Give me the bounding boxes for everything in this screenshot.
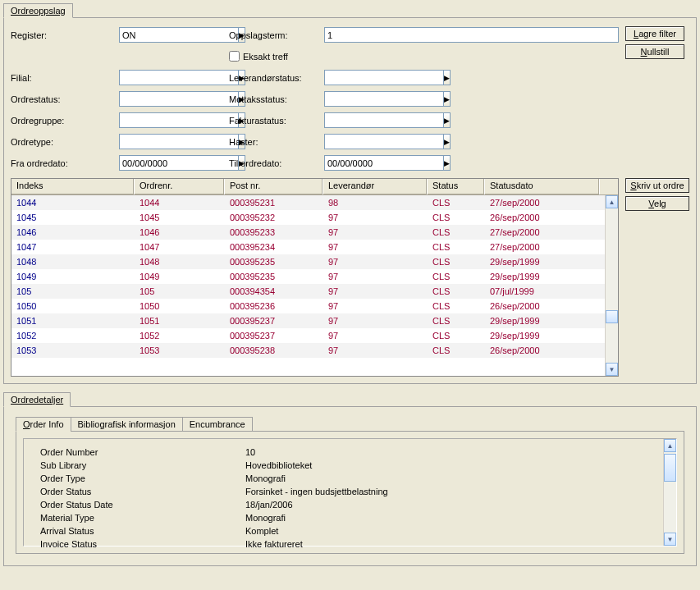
- table-row[interactable]: 1047104700039523497CLS27/sep/2000: [11, 240, 618, 254]
- cell-ordrenr: 1045: [135, 212, 225, 223]
- detail-scrollbar[interactable]: ▲ ▼: [663, 439, 676, 546]
- mottaksstatus-input[interactable]: [324, 91, 444, 107]
- cell-ordrenr: 1050: [135, 300, 225, 312]
- til-ordredato-dropdown-icon[interactable]: ▶: [444, 155, 451, 171]
- value-order-type: Monografi: [245, 472, 286, 485]
- table-row[interactable]: 1046104600039523397CLS27/sep/2000: [11, 225, 618, 240]
- cell-leverandor: 98: [323, 197, 428, 208]
- cell-indeks: 1051: [11, 315, 135, 327]
- cell-postnr: 000395234: [225, 241, 323, 253]
- fakturastatus-dropdown-icon[interactable]: ▶: [444, 112, 451, 128]
- scroll-up-icon[interactable]: ▲: [664, 439, 676, 452]
- label-oppslagsterm: Oppslagsterm:: [229, 26, 324, 43]
- cell-leverandor: 97: [323, 315, 428, 327]
- col-ordrenr[interactable]: Ordrenr.: [135, 179, 225, 194]
- leverandorstatus-dropdown-icon[interactable]: ▶: [444, 70, 451, 85]
- eksakt-checkbox[interactable]: [229, 51, 240, 62]
- cell-leverandor: 97: [323, 212, 428, 223]
- tab-ordreoppslag[interactable]: Ordreoppslag: [3, 3, 73, 18]
- col-indeks[interactable]: Indeks: [11, 179, 135, 194]
- table-row[interactable]: 1053105300039523897CLS26/sep/2000: [11, 343, 618, 358]
- table-row[interactable]: 1048104800039523597CLS29/sep/1999: [11, 254, 618, 269]
- scroll-down-icon[interactable]: ▼: [606, 363, 618, 376]
- cell-indeks: 1053: [11, 345, 135, 356]
- mottaksstatus-dropdown-icon[interactable]: ▶: [444, 91, 451, 107]
- cell-postnr: 000394354: [225, 286, 323, 297]
- fakturastatus-input[interactable]: [324, 112, 444, 128]
- label-material-type: Material Type: [40, 511, 245, 524]
- tab-order-info[interactable]: Order Info: [16, 417, 71, 432]
- tab-encumbrance[interactable]: Encumbrance: [182, 417, 253, 432]
- cell-ordrenr: 1046: [135, 226, 225, 238]
- value-material-type: Monografi: [245, 511, 286, 524]
- scroll-thumb[interactable]: [606, 310, 618, 323]
- cell-postnr: 000395231: [225, 197, 323, 208]
- nullstill-button[interactable]: Nullstill: [625, 44, 684, 59]
- cell-leverandor: 97: [323, 226, 428, 238]
- table-row[interactable]: 1051105100039523797CLS29/sep/1999: [11, 313, 618, 328]
- haster-input[interactable]: [324, 134, 444, 149]
- col-statusdato[interactable]: Statusdato: [485, 179, 600, 194]
- cell-status: CLS: [428, 271, 485, 282]
- search-panel: Register: Filial: Ordrestatus: Ordregrup…: [3, 17, 697, 384]
- haster-dropdown-icon[interactable]: ▶: [444, 134, 451, 149]
- cell-indeks: 1050: [11, 300, 135, 312]
- col-status[interactable]: Status: [428, 179, 485, 194]
- value-order-status: Forsinket - ingen budsjettbelastning: [245, 485, 388, 498]
- label-order-status-date: Order Status Date: [40, 498, 245, 511]
- scroll-up-icon[interactable]: ▲: [606, 195, 618, 208]
- cell-statusdato: 29/sep/1999: [485, 256, 600, 268]
- tab-ordredetaljer[interactable]: Ordredetaljer: [3, 392, 71, 407]
- lagre-filter-button[interactable]: Lagre filter: [625, 26, 684, 41]
- cell-postnr: 000395233: [225, 226, 323, 238]
- scroll-down-icon[interactable]: ▼: [664, 533, 676, 546]
- cell-status: CLS: [428, 315, 485, 327]
- til-ordredato-input[interactable]: [324, 155, 444, 171]
- label-til-ordredato: Til ordredato:: [229, 154, 324, 172]
- cell-ordrenr: 105: [135, 286, 225, 297]
- cell-status: CLS: [428, 286, 485, 297]
- value-arrival-status: Komplet: [245, 524, 278, 537]
- cell-postnr: 000395235: [225, 256, 323, 268]
- scroll-thumb[interactable]: [664, 454, 676, 482]
- label-ordregruppe: Ordregruppe:: [11, 112, 119, 129]
- cell-statusdato: 27/sep/2000: [485, 226, 600, 238]
- table-row[interactable]: 1044104400039523198CLS27/sep/2000: [11, 195, 618, 210]
- cell-status: CLS: [428, 345, 485, 356]
- col-postnr[interactable]: Post nr.: [225, 179, 323, 194]
- cell-ordrenr: 1048: [135, 256, 225, 268]
- table-row[interactable]: 1052105200039523797CLS29/sep/1999: [11, 328, 618, 343]
- table-row[interactable]: 1045104500039523297CLS26/sep/2000: [11, 210, 618, 225]
- label-order-status: Order Status: [40, 485, 245, 498]
- tab-bibliografisk[interactable]: Bibliografisk informasjon: [71, 417, 183, 432]
- table-row[interactable]: 10510500039435497CLS07/jul/1999: [11, 284, 618, 299]
- velg-button[interactable]: Velg: [625, 196, 689, 211]
- cell-indeks: 1045: [11, 212, 135, 223]
- grid-scrollbar[interactable]: ▲ ▼: [605, 195, 618, 376]
- value-order-number: 10: [245, 446, 255, 459]
- cell-indeks: 105: [11, 286, 135, 297]
- cell-statusdato: 26/sep/2000: [485, 300, 600, 312]
- oppslagsterm-input[interactable]: [324, 27, 619, 43]
- label-order-type: Order Type: [40, 472, 245, 485]
- leverandorstatus-input[interactable]: [324, 70, 444, 85]
- cell-statusdato: 27/sep/2000: [485, 241, 600, 253]
- value-invoice-status: Ikke faktureret: [245, 537, 303, 551]
- cell-postnr: 000395235: [225, 271, 323, 282]
- cell-leverandor: 97: [323, 286, 428, 297]
- cell-statusdato: 29/sep/1999: [485, 330, 600, 341]
- label-mottaksstatus: Mottaksstatus:: [229, 90, 324, 107]
- cell-postnr: 000395237: [225, 315, 323, 327]
- table-row[interactable]: 1049104900039523597CLS29/sep/1999: [11, 269, 618, 284]
- cell-postnr: 000395237: [225, 330, 323, 341]
- cell-statusdato: 26/sep/2000: [485, 212, 600, 223]
- label-ordretype: Ordretype:: [11, 133, 119, 150]
- cell-statusdato: 27/sep/2000: [485, 197, 600, 208]
- skriv-ut-ordre-button[interactable]: Skriv ut ordre: [625, 178, 689, 193]
- table-row[interactable]: 1050105000039523697CLS26/sep/2000: [11, 299, 618, 313]
- cell-statusdato: 26/sep/2000: [485, 345, 600, 356]
- cell-leverandor: 97: [323, 256, 428, 268]
- cell-leverandor: 97: [323, 345, 428, 356]
- col-leverandor[interactable]: Leverandør: [323, 179, 428, 194]
- cell-indeks: 1048: [11, 256, 135, 268]
